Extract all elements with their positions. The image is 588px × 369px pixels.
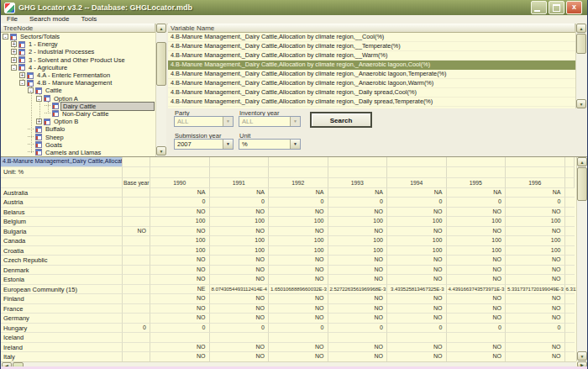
grid-cell[interactable]: NO (210, 314, 270, 324)
grid-cell[interactable] (447, 333, 507, 343)
grid-cell[interactable]: NO (506, 304, 565, 314)
grid-overflow-cell[interactable] (565, 275, 575, 285)
tree-node[interactable]: -4 - Agriculture (1, 64, 155, 71)
grid-cell[interactable]: NO (269, 208, 328, 218)
grid-cell[interactable]: NA (210, 188, 270, 198)
unit-combobox[interactable]: % ▼ (239, 139, 301, 150)
grid-cell[interactable]: 0 (447, 198, 507, 208)
grid-cell[interactable]: NO (506, 314, 565, 324)
grid-cell[interactable] (150, 157, 210, 167)
variable-row[interactable]: 4.B-Manure Management,_Dairy Cattle,Allo… (168, 98, 575, 107)
grid-cell[interactable]: NO (387, 208, 447, 218)
chevron-down-icon[interactable]: ▼ (223, 117, 233, 126)
grid-cell[interactable] (565, 157, 575, 167)
grid-country-cell[interactable]: Finland (1, 294, 123, 304)
grid-cell[interactable]: NO (387, 275, 447, 285)
grid-cell[interactable]: NO (387, 256, 447, 266)
grid-cell[interactable]: NO (447, 208, 507, 218)
chevron-down-icon[interactable]: ▼ (223, 140, 233, 149)
grid-cell[interactable] (506, 157, 565, 167)
grid-cell[interactable]: NA (328, 188, 388, 198)
grid-cell[interactable]: NO (210, 266, 270, 276)
tree-node[interactable]: -4.B - Manure Management (1, 79, 155, 87)
expand-icon[interactable]: + (11, 57, 17, 63)
grid-cell[interactable]: NO (210, 227, 270, 237)
grid-cell[interactable]: NO (328, 275, 388, 285)
grid-cell[interactable]: 0 (328, 324, 388, 334)
grid-cell[interactable]: 0 (506, 324, 565, 334)
grid-overflow-cell[interactable] (565, 198, 575, 208)
tree-scrollbar-thumb[interactable] (156, 42, 166, 86)
grid-cell[interactable]: NO (210, 256, 270, 266)
tree-node[interactable]: -Sectors/Totals (1, 33, 155, 40)
grid-cell[interactable]: 4.4391663743573971E-3 (447, 285, 507, 295)
grid-cell[interactable]: 5.3317371720199049E-3 (506, 285, 565, 295)
grid-cell[interactable]: 100 (506, 236, 565, 246)
grid-cell[interactable]: NO (387, 227, 447, 237)
grid-cell[interactable]: 0 (150, 324, 210, 334)
grid-cell[interactable] (387, 157, 447, 167)
grid-cell[interactable]: NO (328, 304, 388, 314)
grid-country-cell[interactable]: Australia (1, 188, 123, 198)
tree-node[interactable]: +Option B (1, 118, 155, 125)
variable-row[interactable]: 4.B-Manure Management,_Dairy Cattle,Allo… (168, 33, 575, 42)
grid-country-cell[interactable]: France (1, 304, 123, 314)
grid-cell[interactable]: NO (506, 266, 565, 276)
tree-node-label[interactable]: Non-Dairy Cattle (60, 110, 110, 118)
tree-node-label[interactable]: 4.A - Enteric Fermentation (35, 71, 112, 79)
collapse-icon[interactable]: - (3, 34, 8, 40)
grid-cell[interactable] (447, 167, 507, 177)
tree-scrollbar[interactable]: ▲ ▼ (155, 24, 166, 156)
grid-cell[interactable]: NO (328, 256, 388, 266)
variable-row[interactable]: 4.B-Manure Management,_Dairy Cattle,Allo… (168, 70, 575, 79)
tree-node-label[interactable]: Cattle (44, 87, 64, 94)
tree-node[interactable]: +2 - Industrial Processes (1, 48, 155, 55)
variable-row[interactable]: 4.B-Manure Management,_Dairy Cattle,Allo… (168, 61, 575, 70)
restore-button[interactable] (549, 1, 564, 14)
collapse-icon[interactable]: - (11, 65, 17, 71)
party-combobox[interactable]: ALL ▼ (174, 116, 234, 127)
grid-cell[interactable]: NO (210, 294, 270, 304)
scroll-up-icon[interactable]: ▲ (576, 24, 586, 33)
grid-overflow-cell[interactable] (565, 217, 575, 227)
grid-cell[interactable] (506, 333, 565, 343)
grid-cell[interactable]: NA (269, 188, 328, 198)
grid-cell[interactable]: NO (150, 343, 210, 353)
tree-node-label[interactable]: 4 - Agriculture (27, 64, 69, 71)
grid-overflow-cell[interactable] (565, 333, 575, 343)
chevron-down-icon[interactable]: ▼ (290, 140, 300, 149)
grid-cell[interactable]: NO (150, 227, 210, 237)
grid-cell[interactable] (328, 333, 388, 343)
grid-cell[interactable]: NO (447, 256, 507, 266)
expand-icon[interactable]: + (19, 72, 25, 78)
grid-cell[interactable]: NO (150, 275, 210, 285)
grid-cell[interactable]: NO (150, 208, 210, 218)
grid-cell[interactable]: NA (150, 188, 210, 198)
close-button[interactable]: x (566, 1, 582, 14)
grid-cell[interactable] (210, 157, 270, 167)
grid-cell[interactable] (328, 167, 388, 177)
grid-cell[interactable] (506, 167, 565, 177)
grid-cell[interactable]: NO (447, 343, 507, 353)
grid-country-cell[interactable]: Croatia (1, 246, 123, 256)
grid-cell[interactable]: 0 (269, 324, 328, 334)
tree-node[interactable]: Buffalo (1, 125, 155, 133)
grid-cell[interactable] (123, 208, 150, 218)
grid-cell[interactable]: 0 (269, 198, 328, 208)
grid-cell[interactable]: NO (506, 208, 565, 218)
grid-cell[interactable]: NO (447, 275, 507, 285)
grid-cell[interactable]: 0 (150, 198, 210, 208)
grid-cell[interactable]: NO (269, 314, 328, 324)
grid-cell[interactable]: 100 (150, 236, 210, 246)
grid-cell[interactable]: NO (210, 275, 270, 285)
grid-cell[interactable]: 0 (387, 198, 447, 208)
grid-cell[interactable] (565, 167, 575, 177)
grid-country-cell[interactable]: Bulgaria (1, 227, 123, 237)
grid-cell[interactable] (123, 294, 150, 304)
grid-cell[interactable] (123, 188, 150, 198)
grid-cell[interactable]: NA (506, 188, 565, 198)
grid-cell[interactable]: 0 (210, 198, 270, 208)
grid-cell[interactable]: 100 (506, 246, 565, 256)
grid-cell[interactable]: 100 (328, 217, 388, 227)
grid-vertical-scrollbar[interactable]: ▲ ▼ (576, 157, 588, 361)
